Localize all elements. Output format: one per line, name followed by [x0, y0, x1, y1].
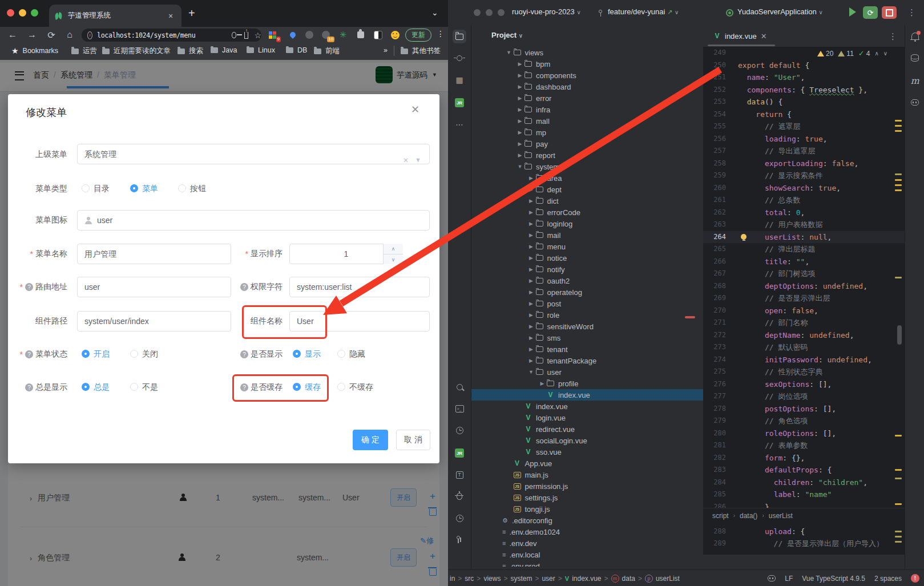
radio-button-type[interactable]	[178, 184, 186, 192]
code-line-257[interactable]: 257 // 导出遮罩层	[703, 145, 905, 157]
bookmarks-root[interactable]: ★ Bookmarks	[11, 46, 58, 55]
project-tool-button[interactable]	[453, 30, 466, 43]
chevron-right-icon[interactable]: ▶	[515, 107, 524, 112]
tree-item-oauth2[interactable]: ▶oauth2	[471, 275, 703, 286]
code-line-271[interactable]: 271 // 部门名称	[703, 317, 905, 329]
copilot-status-icon[interactable]	[768, 575, 776, 581]
profile-avatar-icon[interactable]	[389, 29, 401, 41]
chevron-right-icon[interactable]: ▶	[527, 278, 536, 284]
code-line-276[interactable]: 276 sexOptions: [],	[703, 378, 905, 391]
chevron-right-icon[interactable]: ▶	[527, 244, 536, 249]
url-text[interactable]: localhost:1024/system/menu	[97, 31, 195, 39]
tree-item-tongji-js[interactable]: JStongji.js	[471, 503, 703, 515]
code-line-259[interactable]: 259 // 显示搜索条件	[703, 169, 905, 182]
prev-problem-icon[interactable]: ∧	[874, 50, 878, 56]
reload-button[interactable]: ⟳	[45, 28, 58, 42]
crumb-script[interactable]: script	[712, 512, 729, 520]
code-editor[interactable]: 249250export default {251 name: "User",2…	[703, 47, 905, 555]
bookmark-folder[interactable]: 近期需要读的文章	[102, 46, 171, 56]
other-bookmarks-folder[interactable]: 其他书签	[401, 46, 441, 56]
tree-item-dept[interactable]: ▶dept	[471, 184, 703, 195]
tree-item-operatelog[interactable]: ▶operatelog	[471, 286, 703, 298]
structure-tool-button[interactable]: ▦	[453, 73, 466, 87]
close-tab-icon[interactable]: ×	[166, 11, 176, 21]
address-bar[interactable]: i localhost:1024/system/menu ☆	[82, 29, 261, 42]
code-line-250[interactable]: 250export default {	[703, 59, 905, 72]
dialog-close-icon[interactable]: ✕	[411, 103, 419, 116]
extension-icon-grid[interactable]: 9	[266, 29, 279, 41]
perm-input[interactable]: system:user:list	[289, 277, 430, 297]
code-line-252[interactable]: 252 components: { Treeselect },	[703, 84, 905, 96]
bookmarks-overflow-chevron[interactable]: »	[384, 46, 388, 54]
radio-always-no-label[interactable]: 不是	[142, 382, 158, 393]
path-segment[interactable]: system	[510, 575, 532, 583]
tree-item-permission-js[interactable]: JSpermission.js	[471, 480, 703, 492]
tree-item-tenant[interactable]: ▶tenant	[471, 343, 703, 355]
intention-bulb-icon[interactable]	[741, 234, 747, 240]
devtools-button[interactable]: T	[453, 468, 466, 482]
menu-icon-input[interactable]: user	[77, 210, 430, 231]
tree-item-profile[interactable]: ▶profile	[471, 378, 703, 389]
extension-icon-star[interactable]: ✳	[337, 29, 349, 41]
project-switcher[interactable]: ruoyi-vue-pro-2023 ∨	[512, 7, 581, 16]
path-segment[interactable]: views	[483, 575, 501, 583]
tree-item-role[interactable]: ▶role	[471, 309, 703, 321]
search-tool-button[interactable]	[453, 380, 466, 394]
code-line-254[interactable]: 254 return {	[703, 108, 905, 121]
tree-item--env-demo1024[interactable]: ≡.env.demo1024	[471, 526, 703, 537]
chevron-right-icon[interactable]: ▶	[527, 289, 536, 295]
git-tool-button[interactable]	[453, 533, 466, 547]
crumb-data[interactable]: data()	[740, 512, 757, 520]
radio-always-yes[interactable]	[82, 383, 90, 391]
code-line-274[interactable]: 274 initPassword: undefined,	[703, 354, 905, 366]
code-line-289[interactable]: 289 // 是否显示弹出层（用户导入）	[703, 537, 905, 550]
chevron-right-icon[interactable]: ▶	[538, 381, 547, 386]
tree-item-mp[interactable]: ▶mp	[471, 127, 703, 138]
code-line-251[interactable]: 251 name: "User",	[703, 71, 905, 84]
run-config-selector[interactable]: YudaoServerApplication ∨	[737, 7, 823, 16]
code-line-262[interactable]: 262 total: 0,	[703, 207, 905, 219]
help-icon[interactable]: ?	[240, 350, 248, 358]
code-line-288[interactable]: 288 upload: {	[703, 526, 905, 538]
code-line-284[interactable]: 284 children: "children",	[703, 476, 905, 489]
radio-button-type-label[interactable]: 按钮	[190, 184, 206, 194]
tree-item-index-vue[interactable]: Vindex.vue	[471, 389, 703, 401]
chevron-right-icon[interactable]: ▶	[527, 209, 536, 215]
chevron-right-icon[interactable]: ▶	[515, 141, 524, 147]
radio-menu-label[interactable]: 菜单	[142, 184, 158, 194]
tree-item-socialLogin-vue[interactable]: VsocialLogin.vue	[471, 435, 703, 446]
radio-status-on[interactable]	[82, 350, 90, 358]
chevron-right-icon[interactable]: ▶	[515, 84, 524, 90]
chevron-down-icon[interactable]: ▼	[527, 369, 536, 375]
radio-directory[interactable]	[82, 184, 90, 192]
tree-item-pay[interactable]: ▶pay	[471, 138, 703, 149]
error-notification-badge[interactable]: !	[911, 574, 919, 583]
tree-item-index-vue[interactable]: Vindex.vue	[471, 401, 703, 412]
code-line-261[interactable]: 261 // 总条数	[703, 194, 905, 207]
path-segment[interactable]: userList	[656, 575, 680, 583]
share-icon[interactable]	[244, 32, 249, 39]
radio-status-on-label[interactable]: 开启	[94, 349, 110, 359]
status-breadcrumb-path[interactable]: in>src>views>system>user>Vindex.vue>mdat…	[450, 570, 735, 586]
radio-visible-hide-label[interactable]: 隐藏	[349, 349, 365, 359]
chevron-right-icon[interactable]: ▶	[527, 301, 536, 306]
tree-item-settings-js[interactable]: JSsettings.js	[471, 492, 703, 503]
project-panel-title[interactable]: Project ∨	[491, 31, 523, 39]
chevron-right-icon[interactable]: ▶	[527, 198, 536, 204]
extension-icon-badge10[interactable]: 10	[320, 29, 332, 41]
bookmark-folder[interactable]: DB	[286, 46, 307, 54]
tree-item-loginlog[interactable]: ▶loginlog	[471, 218, 703, 229]
extension-icon-drop[interactable]	[287, 29, 299, 41]
window-dot[interactable]	[486, 9, 493, 16]
notifications-bell-icon[interactable]	[909, 30, 921, 42]
sort-number-input[interactable]: 1 ∧ ∨	[289, 244, 403, 264]
maven-tool-button[interactable]: m	[909, 74, 921, 87]
chevron-right-icon[interactable]: ▶	[515, 95, 524, 101]
chevron-right-icon[interactable]: ▶	[515, 61, 524, 67]
inspection-widget[interactable]: 20 11 ✓4 ∧ ∨	[817, 49, 887, 58]
path-segment[interactable]: user	[542, 575, 555, 583]
stop-button[interactable]	[882, 6, 897, 19]
path-segment[interactable]: src	[465, 575, 474, 583]
code-line-280[interactable]: 280 roleOptions: [],	[703, 427, 905, 440]
radio-status-off[interactable]	[130, 350, 138, 358]
